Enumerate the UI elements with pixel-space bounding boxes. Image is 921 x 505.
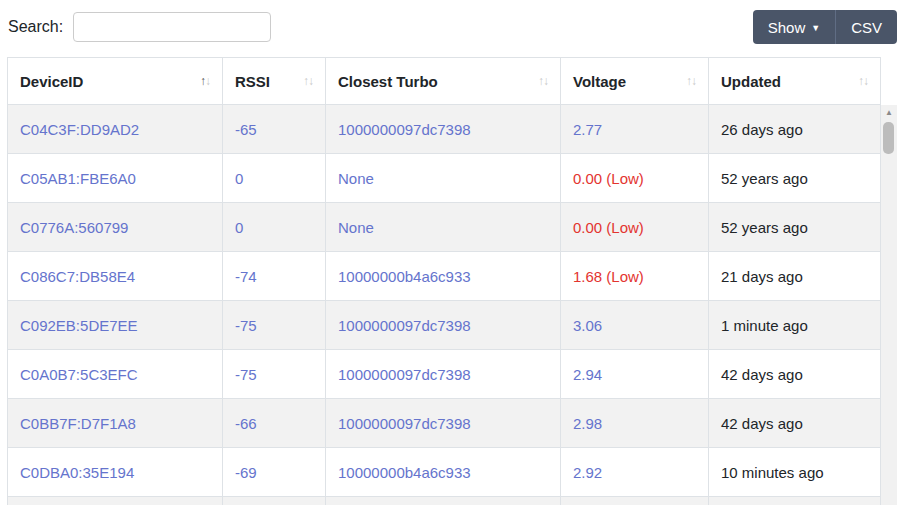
- table-row: C086C7:DB58E4 -74 10000000b4a6c933 1.68 …: [8, 252, 881, 301]
- voltage-value-low: 0.00 (Low): [573, 219, 644, 236]
- rssi-value: -75: [235, 317, 257, 334]
- sort-icon: ↑↓: [858, 74, 868, 88]
- toolbar-button-group: Show ▼ CSV: [753, 10, 897, 44]
- caret-down-icon: ▼: [811, 24, 820, 33]
- device-id-link[interactable]: C0A0B7:5C3EFC: [20, 366, 138, 383]
- closest-turbo-link[interactable]: 1000000097dc7398: [338, 366, 471, 383]
- vertical-scrollbar[interactable]: ▲: [881, 105, 897, 505]
- search-label: Search:: [8, 18, 63, 36]
- table-row: C092EB:5DE7EE -75 1000000097dc7398 3.06 …: [8, 301, 881, 350]
- column-header-label: DeviceID: [20, 73, 83, 90]
- device-id-link[interactable]: C0776A:560799: [20, 219, 128, 236]
- csv-export-button[interactable]: CSV: [835, 10, 897, 44]
- rssi-value: -75: [235, 366, 257, 383]
- column-header-updated[interactable]: Updated ↑↓: [709, 58, 881, 105]
- column-header-deviceid[interactable]: DeviceID ↑↓: [8, 58, 223, 105]
- sort-icon: ↑↓: [686, 74, 696, 88]
- table-row: C0A0B7:5C3EFC -75 1000000097dc7398 2.94 …: [8, 350, 881, 399]
- table-row: C0BB7F:D7F1A8 -66 1000000097dc7398 2.98 …: [8, 399, 881, 448]
- table-row: C05AB1:FBE6A0 0 None 0.00 (Low) 52 years…: [8, 154, 881, 203]
- device-table: DeviceID ↑↓ RSSI ↑↓ Closest Turbo: [7, 57, 881, 505]
- closest-turbo-link[interactable]: 1000000097dc7398: [338, 121, 471, 138]
- column-header-label: RSSI: [235, 73, 270, 90]
- table-row: C0DBA0:35E194 -69 10000000b4a6c933 2.92 …: [8, 448, 881, 497]
- voltage-value: 2.92: [573, 464, 602, 481]
- updated-value: 10 minutes ago: [721, 464, 824, 481]
- voltage-value: 3.06: [573, 317, 602, 334]
- closest-turbo-link[interactable]: 10000000b4a6c933: [338, 268, 471, 285]
- rssi-value: -66: [235, 415, 257, 432]
- updated-value: 1 minute ago: [721, 317, 808, 334]
- rssi-value: 0: [235, 170, 243, 187]
- closest-turbo-link[interactable]: None: [338, 219, 374, 236]
- rssi-value: 0: [235, 219, 243, 236]
- closest-turbo-link[interactable]: None: [338, 170, 374, 187]
- device-id-link[interactable]: C086C7:DB58E4: [20, 268, 135, 285]
- table-row: C0776A:560799 0 None 0.00 (Low) 52 years…: [8, 203, 881, 252]
- column-header-label: Updated: [721, 73, 781, 90]
- device-id-link[interactable]: C0DBA0:35E194: [20, 464, 134, 481]
- show-dropdown-button[interactable]: Show ▼: [753, 10, 835, 44]
- updated-value: 52 years ago: [721, 170, 808, 187]
- column-header-label: Voltage: [573, 73, 626, 90]
- voltage-value: 2.77: [573, 121, 602, 138]
- voltage-value: 2.98: [573, 415, 602, 432]
- updated-value: 21 days ago: [721, 268, 803, 285]
- sort-icon: ↑↓: [538, 74, 548, 88]
- updated-value: 52 years ago: [721, 219, 808, 236]
- column-header-closest-turbo[interactable]: Closest Turbo ↑↓: [326, 58, 561, 105]
- device-table-container: DeviceID ↑↓ RSSI ↑↓ Closest Turbo: [7, 57, 897, 505]
- updated-value: 42 days ago: [721, 366, 803, 383]
- scrollbar-thumb[interactable]: [883, 122, 894, 154]
- voltage-value: 2.94: [573, 366, 602, 383]
- search-group: Search:: [8, 12, 271, 42]
- search-input[interactable]: [73, 12, 271, 42]
- table-row: C04C3F:DD9AD2 -65 1000000097dc7398 2.77 …: [8, 105, 881, 154]
- show-button-label: Show: [768, 19, 806, 36]
- table-row-partial: [8, 497, 881, 505]
- column-header-rssi[interactable]: RSSI ↑↓: [223, 58, 326, 105]
- column-header-voltage[interactable]: Voltage ↑↓: [561, 58, 709, 105]
- column-header-label: Closest Turbo: [338, 73, 438, 90]
- voltage-value-low: 0.00 (Low): [573, 170, 644, 187]
- toolbar: Search: Show ▼ CSV: [8, 10, 897, 44]
- table-header-row: DeviceID ↑↓ RSSI ↑↓ Closest Turbo: [8, 58, 881, 105]
- rssi-value: -69: [235, 464, 257, 481]
- rssi-value: -74: [235, 268, 257, 285]
- rssi-value: -65: [235, 121, 257, 138]
- closest-turbo-link[interactable]: 10000000b4a6c933: [338, 464, 471, 481]
- closest-turbo-link[interactable]: 1000000097dc7398: [338, 317, 471, 334]
- device-id-link[interactable]: C092EB:5DE7EE: [20, 317, 138, 334]
- device-id-link[interactable]: C05AB1:FBE6A0: [20, 170, 136, 187]
- sort-icon: ↑↓: [303, 74, 313, 88]
- scrollbar-up-arrow-icon[interactable]: ▲: [881, 105, 897, 121]
- sort-icon: ↑↓: [200, 74, 210, 88]
- updated-value: 26 days ago: [721, 121, 803, 138]
- device-id-link[interactable]: C04C3F:DD9AD2: [20, 121, 139, 138]
- device-id-link[interactable]: C0BB7F:D7F1A8: [20, 415, 136, 432]
- updated-value: 42 days ago: [721, 415, 803, 432]
- csv-button-label: CSV: [851, 19, 882, 36]
- voltage-value-low: 1.68 (Low): [573, 268, 644, 285]
- device-table-page: Search: Show ▼ CSV DeviceID: [0, 0, 921, 505]
- closest-turbo-link[interactable]: 1000000097dc7398: [338, 415, 471, 432]
